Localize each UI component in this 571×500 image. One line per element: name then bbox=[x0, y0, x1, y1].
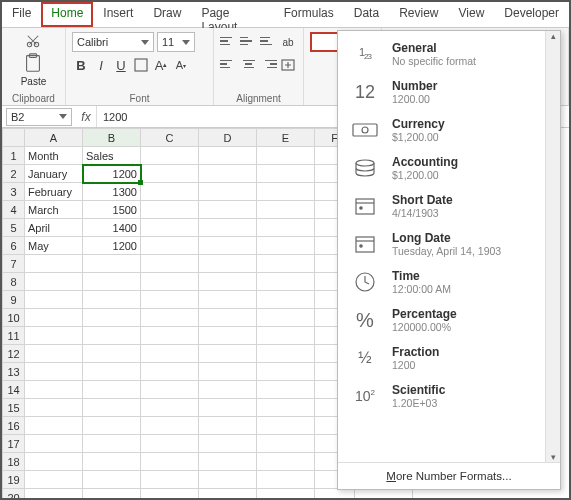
cell-E17[interactable] bbox=[257, 435, 315, 453]
row-header-17[interactable]: 17 bbox=[3, 435, 25, 453]
cell-E19[interactable] bbox=[257, 471, 315, 489]
cell-A2[interactable]: January bbox=[25, 165, 83, 183]
row-header-18[interactable]: 18 bbox=[3, 453, 25, 471]
cell-B10[interactable] bbox=[83, 309, 141, 327]
cell-A7[interactable] bbox=[25, 255, 83, 273]
cell-E11[interactable] bbox=[257, 327, 315, 345]
cell-C11[interactable] bbox=[141, 327, 199, 345]
cell-C16[interactable] bbox=[141, 417, 199, 435]
cell-D20[interactable] bbox=[199, 489, 257, 501]
cell-E8[interactable] bbox=[257, 273, 315, 291]
format-option-fraction[interactable]: ½ Fraction 1200 bbox=[338, 339, 545, 377]
cell-B5[interactable]: 1400 bbox=[83, 219, 141, 237]
cell-B19[interactable] bbox=[83, 471, 141, 489]
row-header-2[interactable]: 2 bbox=[3, 165, 25, 183]
paste-button[interactable]: Paste bbox=[21, 32, 47, 87]
row-header-19[interactable]: 19 bbox=[3, 471, 25, 489]
row-header-20[interactable]: 20 bbox=[3, 489, 25, 501]
col-header-D[interactable]: D bbox=[199, 129, 257, 147]
font-size-select[interactable]: 11 bbox=[157, 32, 195, 52]
cell-C13[interactable] bbox=[141, 363, 199, 381]
cell-A19[interactable] bbox=[25, 471, 83, 489]
cell-C15[interactable] bbox=[141, 399, 199, 417]
format-option-number[interactable]: 12 Number 1200.00 bbox=[338, 73, 545, 111]
align-middle-button[interactable] bbox=[240, 32, 258, 50]
cell-B1[interactable]: Sales bbox=[83, 147, 141, 165]
cell-C5[interactable] bbox=[141, 219, 199, 237]
format-option-longdate[interactable]: Long Date Tuesday, April 14, 1903 bbox=[338, 225, 545, 263]
cell-E9[interactable] bbox=[257, 291, 315, 309]
cell-D4[interactable] bbox=[199, 201, 257, 219]
format-option-percentage[interactable]: % Percentage 120000.00% bbox=[338, 301, 545, 339]
cell-E13[interactable] bbox=[257, 363, 315, 381]
cell-D12[interactable] bbox=[199, 345, 257, 363]
cell-E4[interactable] bbox=[257, 201, 315, 219]
cell-A15[interactable] bbox=[25, 399, 83, 417]
cell-D7[interactable] bbox=[199, 255, 257, 273]
cell-D11[interactable] bbox=[199, 327, 257, 345]
cell-B15[interactable] bbox=[83, 399, 141, 417]
row-header-14[interactable]: 14 bbox=[3, 381, 25, 399]
row-header-1[interactable]: 1 bbox=[3, 147, 25, 165]
cell-C18[interactable] bbox=[141, 453, 199, 471]
cell-D17[interactable] bbox=[199, 435, 257, 453]
cell-E1[interactable] bbox=[257, 147, 315, 165]
cell-C1[interactable] bbox=[141, 147, 199, 165]
align-center-button[interactable] bbox=[240, 55, 258, 73]
merge-button[interactable] bbox=[279, 55, 297, 75]
cell-A18[interactable] bbox=[25, 453, 83, 471]
cell-F20[interactable] bbox=[315, 489, 355, 501]
font-name-select[interactable]: Calibri bbox=[72, 32, 154, 52]
cell-B2[interactable]: 1200 bbox=[83, 165, 141, 183]
cell-C14[interactable] bbox=[141, 381, 199, 399]
col-header-B[interactable]: B bbox=[83, 129, 141, 147]
col-header-E[interactable]: E bbox=[257, 129, 315, 147]
cell-A9[interactable] bbox=[25, 291, 83, 309]
cell-E5[interactable] bbox=[257, 219, 315, 237]
underline-button[interactable]: U bbox=[112, 55, 130, 75]
cell-B4[interactable]: 1500 bbox=[83, 201, 141, 219]
cell-C4[interactable] bbox=[141, 201, 199, 219]
cell-A16[interactable] bbox=[25, 417, 83, 435]
cell-B12[interactable] bbox=[83, 345, 141, 363]
cell-B7[interactable] bbox=[83, 255, 141, 273]
format-option-accounting[interactable]: Accounting $1,200.00 bbox=[338, 149, 545, 187]
select-all[interactable] bbox=[3, 129, 25, 147]
row-header-3[interactable]: 3 bbox=[3, 183, 25, 201]
cell-D1[interactable] bbox=[199, 147, 257, 165]
cell-C10[interactable] bbox=[141, 309, 199, 327]
cell-A6[interactable]: May bbox=[25, 237, 83, 255]
cell-D15[interactable] bbox=[199, 399, 257, 417]
row-header-6[interactable]: 6 bbox=[3, 237, 25, 255]
cell-A3[interactable]: February bbox=[25, 183, 83, 201]
cell-A20[interactable] bbox=[25, 489, 83, 501]
cell-E10[interactable] bbox=[257, 309, 315, 327]
more-number-formats[interactable]: More Number Formats... bbox=[338, 462, 560, 489]
cell-D18[interactable] bbox=[199, 453, 257, 471]
tab-page-layout[interactable]: Page Layout bbox=[191, 2, 273, 27]
cell-A4[interactable]: March bbox=[25, 201, 83, 219]
row-header-12[interactable]: 12 bbox=[3, 345, 25, 363]
border-button[interactable] bbox=[132, 55, 150, 75]
fx-button[interactable]: fx bbox=[76, 110, 96, 124]
cell-C6[interactable] bbox=[141, 237, 199, 255]
row-header-4[interactable]: 4 bbox=[3, 201, 25, 219]
cell-D19[interactable] bbox=[199, 471, 257, 489]
cell-D16[interactable] bbox=[199, 417, 257, 435]
italic-button[interactable]: I bbox=[92, 55, 110, 75]
cell-C19[interactable] bbox=[141, 471, 199, 489]
row-header-9[interactable]: 9 bbox=[3, 291, 25, 309]
cell-D10[interactable] bbox=[199, 309, 257, 327]
row-header-5[interactable]: 5 bbox=[3, 219, 25, 237]
cell-E16[interactable] bbox=[257, 417, 315, 435]
cell-A8[interactable] bbox=[25, 273, 83, 291]
cell-D5[interactable] bbox=[199, 219, 257, 237]
cell-A13[interactable] bbox=[25, 363, 83, 381]
cell-B17[interactable] bbox=[83, 435, 141, 453]
cell-E7[interactable] bbox=[257, 255, 315, 273]
cell-A12[interactable] bbox=[25, 345, 83, 363]
cell-A11[interactable] bbox=[25, 327, 83, 345]
format-option-shortdate[interactable]: Short Date 4/14/1903 bbox=[338, 187, 545, 225]
tab-view[interactable]: View bbox=[449, 2, 495, 27]
align-top-button[interactable] bbox=[220, 32, 238, 50]
